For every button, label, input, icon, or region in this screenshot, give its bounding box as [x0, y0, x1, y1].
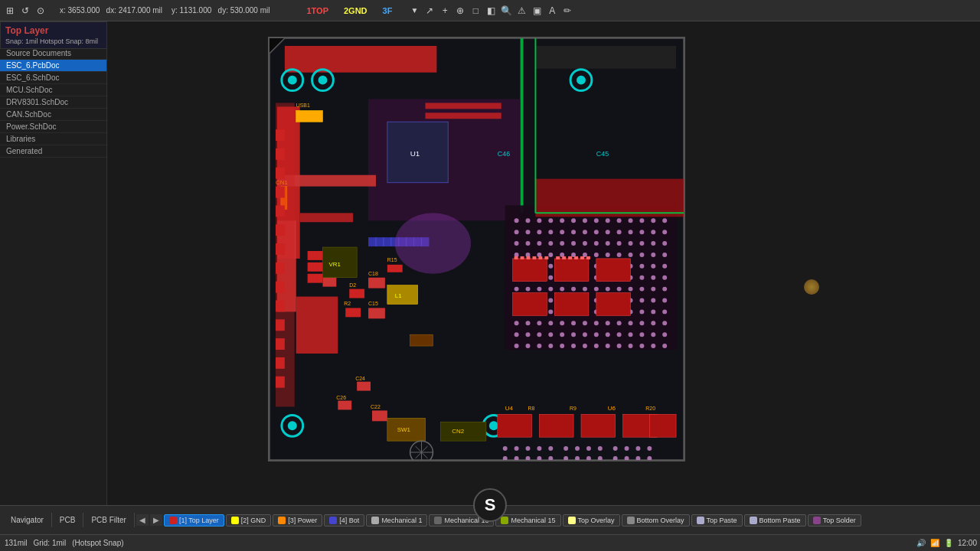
toolbar-icon-2[interactable]: ↺: [18, 4, 32, 18]
sidebar-item-source-docs[interactable]: Source Documents: [0, 47, 106, 60]
nav-tab-navigator[interactable]: Navigator: [3, 513, 52, 527]
svg-rect-225: [596, 259, 631, 282]
svg-text:L1: L1: [395, 292, 402, 299]
svg-rect-27: [308, 262, 323, 272]
svg-point-165: [651, 298, 655, 303]
svg-point-197: [537, 332, 541, 337]
toolbar-action-pad[interactable]: □: [469, 4, 482, 18]
sidebar-item-esc6-pcb[interactable]: ESC_6.PcbDoc: [0, 60, 106, 72]
svg-point-204: [617, 332, 622, 337]
svg-point-80: [639, 230, 644, 234]
svg-point-201: [583, 332, 587, 337]
play-prev-button[interactable]: ◀: [136, 514, 149, 526]
sidebar-item-generated[interactable]: Generated: [0, 145, 106, 158]
svg-point-189: [606, 321, 610, 325]
layer-color-top-solder: [813, 517, 821, 524]
pcb-canvas[interactable]: U1 CN1 USB1 R2: [107, 21, 980, 505]
nav-tab-pcb-filter[interactable]: PCB Filter: [83, 513, 135, 527]
svg-point-276: [647, 446, 652, 451]
toolbar-action-text[interactable]: A: [545, 4, 559, 18]
toolbar-action-comp[interactable]: ◧: [484, 4, 498, 18]
layer-color-bottom-paste: [750, 517, 757, 524]
toolbar-action-route[interactable]: +: [438, 4, 452, 18]
svg-text:C46: C46: [498, 150, 510, 158]
svg-rect-299: [276, 224, 285, 236]
svg-rect-309: [425, 112, 501, 119]
layer-btn-top[interactable]: [1] Top Layer: [164, 514, 224, 527]
svg-point-59: [560, 218, 564, 223]
toolbar-action-draw[interactable]: ✏: [560, 4, 574, 18]
toolbar-icon-1[interactable]: ⊞: [3, 4, 17, 18]
status-bar: 131mil Grid: 1mil (Hotspot Snap) 🔊 📶 🔋 1…: [0, 534, 980, 551]
svg-point-107: [629, 253, 633, 257]
svg-point-192: [639, 321, 644, 325]
status-grid: 131mil: [3, 539, 28, 547]
layer-color-top-paste: [697, 517, 704, 524]
layer-btn-mech15[interactable]: Mechanical 15: [495, 514, 560, 527]
layer-btn-bottom-overlay[interactable]: Bottom Overlay: [622, 514, 690, 527]
coord-y: y: 1131.000 dy: 530.000 mil: [172, 6, 270, 15]
svg-rect-243: [535, 179, 684, 217]
layer-btn-top-overlay[interactable]: Top Overlay: [563, 514, 620, 527]
svg-point-139: [514, 287, 519, 292]
svg-point-170: [548, 309, 553, 314]
svg-point-73: [560, 230, 564, 234]
toolbar-action-filter[interactable]: ▼: [407, 4, 421, 18]
svg-point-156: [548, 298, 553, 303]
sidebar-item-drv8301[interactable]: DRV8301.SchDoc: [0, 96, 106, 109]
layer-tab-1top[interactable]: 1TOP: [300, 5, 335, 17]
svg-point-195: [514, 332, 519, 337]
svg-point-89: [583, 241, 587, 246]
sidebar-item-esc6-sch[interactable]: ESC_6.SchDoc: [0, 72, 106, 84]
toolbar-action-3d[interactable]: ▣: [530, 4, 544, 18]
layer-btn-bottom-paste[interactable]: Bottom Paste: [744, 514, 806, 527]
svg-text:VR1: VR1: [328, 261, 341, 268]
play-next-button[interactable]: ▶: [150, 514, 162, 526]
layer-btn-top-paste[interactable]: Top Paste: [691, 514, 743, 527]
toolbar-action-inspect[interactable]: 🔍: [499, 4, 513, 18]
sidebar-item-can[interactable]: CAN.SchDoc: [0, 109, 106, 121]
svg-point-67: [651, 218, 655, 223]
svg-point-114: [548, 264, 553, 269]
toolbar-action-move[interactable]: ↗: [423, 4, 436, 18]
svg-point-57: [537, 218, 541, 223]
svg-point-71: [537, 230, 541, 234]
layer-btn-power[interactable]: [3] Power: [273, 514, 322, 527]
s-logo-button[interactable]: S: [473, 488, 507, 522]
svg-point-124: [662, 264, 667, 269]
svg-point-199: [560, 332, 564, 337]
layer-tab-2gnd[interactable]: 2GND: [338, 5, 374, 17]
snap-info: Snap: 1mil Hotspot Snap: 8mil: [5, 37, 102, 45]
svg-point-94: [639, 241, 644, 246]
svg-point-273: [613, 446, 618, 451]
status-hotspot: (Hotspot Snap): [70, 539, 125, 547]
toolbar-icon-3[interactable]: ⊙: [34, 4, 47, 18]
svg-rect-34: [349, 289, 364, 298]
svg-point-211: [537, 344, 541, 348]
svg-point-166: [662, 298, 667, 303]
svg-point-179: [651, 309, 655, 314]
layer-tab-3f[interactable]: 3F: [377, 5, 399, 17]
svg-point-78: [617, 230, 622, 234]
layer-btn-bot[interactable]: [4] Bot: [324, 514, 364, 527]
layer-color-power: [278, 517, 286, 524]
toolbar-action-via[interactable]: ⊕: [453, 4, 467, 18]
svg-point-74: [571, 230, 576, 234]
layer-btn-top-solder[interactable]: Top Solder: [808, 514, 861, 527]
svg-rect-36: [368, 278, 385, 289]
sidebar-item-libraries[interactable]: Libraries: [0, 133, 106, 145]
sidebar-item-power[interactable]: Power.SchDoc: [0, 121, 106, 133]
tray-icon-3: 🔋: [944, 539, 953, 547]
svg-point-60: [571, 218, 576, 223]
svg-point-142: [548, 287, 553, 292]
nav-tab-pcb[interactable]: PCB: [52, 513, 84, 527]
svg-text:C26: C26: [336, 395, 346, 400]
pcb-board[interactable]: U1 CN1 USB1 R2: [268, 37, 685, 461]
layer-btn-gnd[interactable]: [2] GND: [226, 514, 272, 527]
layer-btn-mech1[interactable]: Mechanical 1: [366, 514, 427, 527]
toolbar-action-drc[interactable]: ⚠: [514, 4, 528, 18]
svg-rect-40: [387, 285, 418, 305]
svg-point-269: [564, 446, 568, 451]
svg-point-270: [575, 446, 580, 451]
sidebar-item-mcu[interactable]: MCU.SchDoc: [0, 84, 106, 96]
